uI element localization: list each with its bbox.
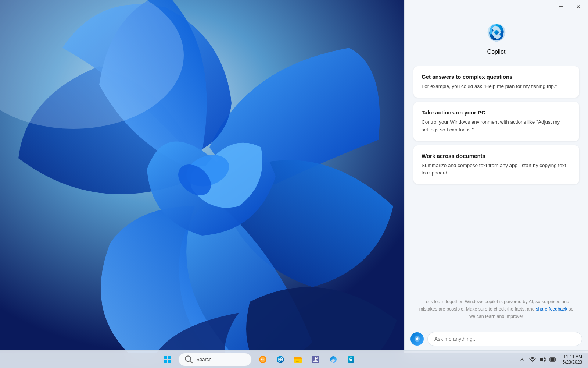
taskbar-center-apps: Search xyxy=(0,351,519,368)
file-explorer-icon xyxy=(294,355,302,364)
close-icon: ✕ xyxy=(576,4,581,10)
tray-wifi[interactable] xyxy=(529,356,536,363)
tray-chevron[interactable] xyxy=(519,356,526,363)
close-button[interactable]: ✕ xyxy=(573,2,584,12)
svg-rect-17 xyxy=(294,358,302,363)
card-documents-desc: Summarize and compose text from any app … xyxy=(422,162,571,177)
svg-point-22 xyxy=(317,357,318,359)
svg-rect-25 xyxy=(550,358,554,361)
taskbar-explorer-button[interactable] xyxy=(290,351,306,368)
chevron-up-icon xyxy=(520,357,525,362)
search-bar-text: Search xyxy=(196,357,211,362)
copilot-cards: Get answers to complex questions For exa… xyxy=(405,66,588,291)
card-actions-title: Take actions on your PC xyxy=(422,109,571,116)
svg-rect-19 xyxy=(296,361,299,362)
battery-icon xyxy=(549,357,557,362)
feature-card-documents[interactable]: Work across documents Summarize and comp… xyxy=(413,145,579,184)
volume-icon xyxy=(539,357,546,362)
copilot-app-title: Copilot xyxy=(487,49,506,55)
feature-card-actions[interactable]: Take actions on your PC Control your Win… xyxy=(413,102,579,141)
teams-icon xyxy=(311,355,320,364)
svg-point-21 xyxy=(315,357,317,360)
svg-rect-26 xyxy=(555,358,556,360)
photos-icon xyxy=(258,355,267,364)
copilot-logo xyxy=(485,21,508,44)
clock[interactable]: 11:11 AM 5/23/2023 xyxy=(560,354,582,365)
taskbar-system-tray: 11:11 AM 5/23/2023 xyxy=(519,354,588,365)
wifi-icon xyxy=(529,357,536,362)
feedback-link[interactable]: share feedback xyxy=(536,307,567,312)
taskbar-photos-button[interactable] xyxy=(255,351,271,368)
card-questions-title: Get answers to complex questions xyxy=(422,74,571,80)
svg-point-16 xyxy=(279,358,282,361)
svg-rect-6 xyxy=(164,356,167,359)
edge-icon xyxy=(329,355,338,364)
desktop-wallpaper xyxy=(0,0,404,353)
svg-rect-7 xyxy=(168,356,171,359)
svg-rect-18 xyxy=(296,360,300,360)
svg-line-11 xyxy=(190,361,192,362)
clock-date: 5/23/2023 xyxy=(563,360,582,365)
windows-logo-icon xyxy=(163,355,172,364)
start-button[interactable] xyxy=(159,351,175,368)
search-taskbar-item[interactable]: Search xyxy=(177,351,253,368)
feature-card-questions[interactable]: Get answers to complex questions For exa… xyxy=(413,66,579,98)
copilot-panel: ✕ xyxy=(404,0,588,353)
tray-battery[interactable] xyxy=(549,356,557,363)
taskbar-store-button[interactable] xyxy=(343,351,359,368)
card-documents-title: Work across documents xyxy=(422,153,571,159)
ask-input[interactable] xyxy=(427,332,582,346)
minimize-button[interactable] xyxy=(555,4,567,9)
tray-volume[interactable] xyxy=(539,356,546,363)
svg-point-14 xyxy=(261,358,262,360)
store-icon xyxy=(347,355,355,364)
minimize-icon xyxy=(559,6,563,7)
copilot-taskbar-icon xyxy=(276,355,285,364)
search-bar[interactable]: Search xyxy=(178,353,252,366)
svg-point-4 xyxy=(494,30,499,35)
search-icon xyxy=(184,355,193,364)
copilot-header: Copilot xyxy=(405,13,588,66)
taskbar-copilot-button[interactable] xyxy=(272,351,288,368)
clock-time: 11:11 AM xyxy=(563,354,582,360)
svg-rect-8 xyxy=(164,360,167,363)
copilot-input-bar xyxy=(405,328,588,353)
copilot-footer-disclaimer: Let's learn together. Windows copilot is… xyxy=(405,291,588,328)
card-questions-desc: For example, you could ask "Help me plan… xyxy=(422,83,571,90)
card-actions-desc: Control your Windows environment with ac… xyxy=(422,118,571,134)
copilot-input-icon xyxy=(410,332,424,346)
taskbar-edge-button[interactable] xyxy=(325,351,341,368)
taskbar: Search xyxy=(0,350,588,368)
svg-rect-9 xyxy=(168,360,171,363)
taskbar-teams-button[interactable] xyxy=(308,351,324,368)
copilot-small-icon xyxy=(413,335,421,343)
copilot-titlebar: ✕ xyxy=(405,0,588,13)
